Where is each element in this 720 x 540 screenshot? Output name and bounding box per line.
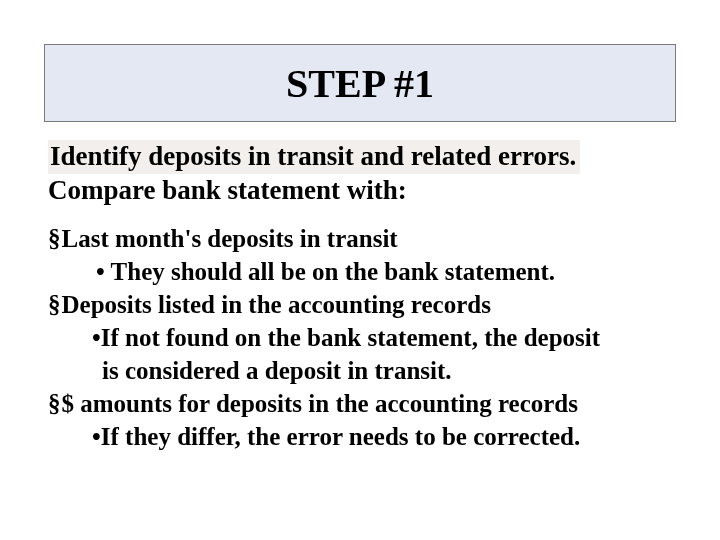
bullet-2-sub-line2: is considered a deposit in transit. (48, 354, 680, 387)
lead-highlight: Identify deposits in transit and related… (48, 140, 580, 174)
lead-line-1: Identify deposits in transit and related… (50, 141, 576, 171)
lead-block: Identify deposits in transit and related… (48, 140, 680, 208)
bullet-1: Last month's deposits in transit (48, 222, 680, 255)
bullet-2-sub-line1: •If not found on the bank statement, the… (48, 321, 680, 354)
bullet-3: $ amounts for deposits in the accounting… (48, 387, 680, 420)
bullet-1-sub: • They should all be on the bank stateme… (48, 255, 680, 288)
slide-title: STEP #1 (286, 60, 434, 107)
bullet-list: Last month's deposits in transit • They … (48, 222, 680, 453)
bullet-3-sub: •If they differ, the error needs to be c… (48, 420, 680, 453)
lead-line-2: Compare bank statement with: (48, 174, 680, 208)
title-band: STEP #1 (44, 44, 676, 122)
bullet-2: Deposits listed in the accounting record… (48, 288, 680, 321)
content-area: Identify deposits in transit and related… (48, 140, 680, 453)
slide: STEP #1 Identify deposits in transit and… (0, 0, 720, 540)
